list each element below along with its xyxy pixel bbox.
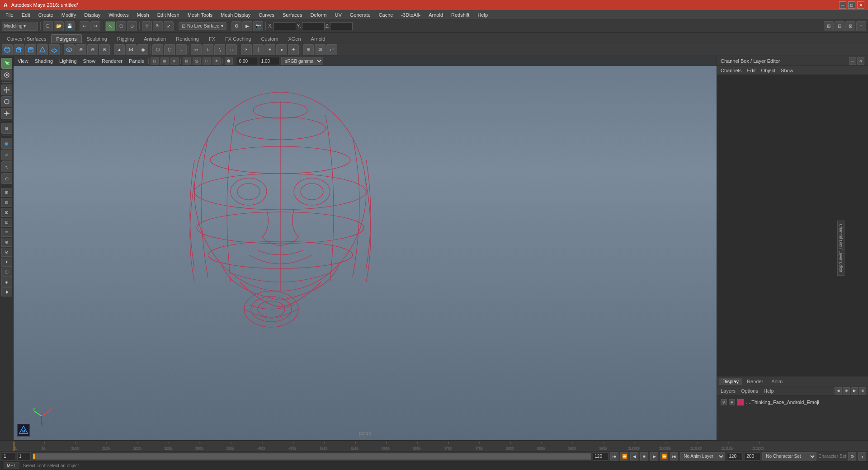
tab-fx-caching[interactable]: FX Caching bbox=[220, 34, 256, 43]
mini-tool-3[interactable]: ⊠ bbox=[1, 208, 12, 217]
menu-mesh-display[interactable]: Mesh Display bbox=[217, 11, 254, 19]
vp-menu-shading[interactable]: Shading bbox=[33, 57, 55, 65]
layer-prev-btn[interactable]: ◀ bbox=[835, 387, 842, 395]
menu-generate[interactable]: Generate bbox=[346, 11, 374, 19]
new-file-button[interactable]: 🗋 bbox=[43, 21, 53, 31]
menu-uv[interactable]: UV bbox=[331, 11, 345, 19]
snapshot-button[interactable]: 📷 bbox=[253, 21, 263, 31]
render-button[interactable]: ▶ bbox=[242, 21, 252, 31]
lasso-tool-button[interactable]: ⬡ bbox=[116, 21, 126, 31]
close-button[interactable]: ✕ bbox=[857, 1, 864, 9]
menu-cache[interactable]: Cache bbox=[375, 11, 397, 19]
right-icon-1[interactable]: ⊞ bbox=[824, 21, 834, 31]
x-input[interactable] bbox=[274, 22, 296, 30]
right-icon-2[interactable]: ⊟ bbox=[835, 21, 844, 31]
vp-menu-show[interactable]: Show bbox=[81, 57, 98, 65]
scale-tool[interactable] bbox=[1, 108, 12, 119]
cb-menu-channels[interactable]: Channels bbox=[719, 67, 743, 74]
right-icon-3[interactable]: ⊠ bbox=[845, 21, 855, 31]
playback-options-btn[interactable]: ⚙ bbox=[848, 452, 856, 461]
mini-tool-7[interactable]: ⊗ bbox=[1, 248, 12, 257]
select-tool-button[interactable]: ↖ bbox=[105, 21, 115, 31]
vp-texture-btn[interactable]: □ bbox=[203, 57, 211, 65]
mini-tool-5[interactable]: ≡ bbox=[1, 228, 12, 237]
gamma-select[interactable]: sRGB gamma bbox=[281, 57, 323, 65]
mini-tool-9[interactable]: ⬡ bbox=[1, 268, 12, 277]
layer-visibility-v[interactable]: V bbox=[721, 399, 727, 405]
status-mode-mel[interactable]: MEL bbox=[4, 462, 19, 469]
char-set-select[interactable]: No Character Set bbox=[762, 452, 816, 461]
vp-fit-icon[interactable]: ⊞ bbox=[160, 57, 169, 65]
mini-tool-11[interactable]: ⧫ bbox=[1, 287, 12, 296]
tab-xgen[interactable]: XGen bbox=[283, 34, 306, 43]
vp-value-1[interactable] bbox=[237, 57, 257, 65]
shelf-subdivide[interactable]: ⬡ bbox=[164, 44, 175, 55]
cb-minimize-btn[interactable]: ─ bbox=[849, 57, 856, 65]
shelf-multi-cut[interactable]: ✦ bbox=[288, 44, 299, 55]
mini-tool-1[interactable]: ⊞ bbox=[1, 188, 12, 197]
vp-menu-panels[interactable]: Panels bbox=[127, 57, 146, 65]
shelf-uv-unwrap[interactable]: ⊞ bbox=[303, 44, 314, 55]
move-tool-button[interactable]: ✛ bbox=[142, 21, 152, 31]
shelf-uv-unfold[interactable]: ⊠ bbox=[315, 44, 326, 55]
mini-tool-4[interactable]: ⊡ bbox=[1, 218, 12, 227]
step-fwd-btn[interactable]: ⏩ bbox=[660, 452, 668, 461]
menu-redshift[interactable]: Redshift bbox=[448, 11, 473, 19]
shelf-smooth[interactable]: ≈ bbox=[176, 44, 187, 55]
display-tab-anim[interactable]: Anim bbox=[768, 378, 786, 385]
redo-button[interactable]: ↪ bbox=[90, 21, 100, 31]
shelf-boolean-union[interactable]: ∪ bbox=[203, 44, 213, 55]
paint-select-tool[interactable] bbox=[1, 70, 12, 80]
shelf-transfer-attrs[interactable]: ⇄ bbox=[326, 44, 337, 55]
menu-mesh-tools[interactable]: Mesh Tools bbox=[184, 11, 216, 19]
undo-button[interactable]: ↩ bbox=[80, 21, 90, 31]
menu-edit-mesh[interactable]: Edit Mesh bbox=[154, 11, 183, 19]
minimize-button[interactable]: ─ bbox=[839, 1, 846, 9]
anim-layer-select[interactable]: No Anim Layer bbox=[680, 452, 725, 461]
play-back-btn[interactable]: ◀ bbox=[630, 452, 638, 461]
layer-header-layers[interactable]: Layers bbox=[719, 387, 737, 395]
layer-end-btn[interactable]: ⊗ bbox=[859, 387, 866, 395]
vp-light-btn[interactable]: ☀ bbox=[212, 57, 221, 65]
vp-value-2[interactable] bbox=[259, 57, 279, 65]
shelf-plane[interactable] bbox=[49, 44, 60, 55]
menu-edit[interactable]: Edit bbox=[18, 11, 34, 19]
y-input[interactable] bbox=[302, 22, 325, 30]
current-frame-field[interactable] bbox=[17, 452, 31, 461]
cb-close-btn[interactable]: ✕ bbox=[857, 57, 864, 65]
vp-wireframe-btn[interactable]: ⊠ bbox=[183, 57, 191, 65]
snap-to-curve[interactable]: ∿ bbox=[1, 161, 12, 172]
menu-modify[interactable]: Modify bbox=[58, 11, 80, 19]
tab-custom[interactable]: Custom bbox=[256, 34, 283, 43]
go-end-btn[interactable]: ⏭ bbox=[670, 452, 678, 461]
play-fwd-btn[interactable]: ▶ bbox=[650, 452, 658, 461]
shelf-cut[interactable]: ✂ bbox=[241, 44, 252, 55]
menu-mesh[interactable]: Mesh bbox=[133, 11, 153, 19]
vp-menu-renderer[interactable]: Renderer bbox=[99, 57, 125, 65]
save-file-button[interactable]: 💾 bbox=[65, 21, 75, 31]
rotate-tool-button[interactable]: ↻ bbox=[153, 21, 163, 31]
tab-animation[interactable]: Animation bbox=[139, 34, 171, 43]
shelf-boolean-inter[interactable]: ∩ bbox=[226, 44, 237, 55]
layer-header-help[interactable]: Help bbox=[762, 387, 776, 395]
shelf-separate[interactable]: ⊖ bbox=[87, 44, 98, 55]
shelf-cone[interactable] bbox=[37, 44, 48, 55]
shelf-merge-vertex[interactable]: ● bbox=[276, 44, 287, 55]
shelf-boolean-diff[interactable]: ∖ bbox=[214, 44, 225, 55]
cb-menu-show[interactable]: Show bbox=[779, 67, 795, 74]
layer-playback-p[interactable]: P bbox=[729, 399, 735, 405]
shelf-combine[interactable]: ⊕ bbox=[75, 44, 86, 55]
vp-select-highlight[interactable]: ⬟ bbox=[225, 57, 233, 65]
layer-row-emoji[interactable]: V P ....Thinking_Face_Android_Emoji bbox=[719, 397, 866, 407]
tab-arnold[interactable]: Arnold bbox=[306, 34, 330, 43]
vp-camera-icon[interactable]: ⊡ bbox=[151, 57, 159, 65]
go-start-btn[interactable]: ⏮ bbox=[610, 452, 618, 461]
shelf-cylinder[interactable] bbox=[25, 44, 36, 55]
shelf-sphere[interactable] bbox=[2, 44, 13, 55]
mini-tool-10[interactable]: ◈ bbox=[1, 277, 12, 287]
shelf-fill-hole[interactable]: ◉ bbox=[137, 44, 148, 55]
viewport[interactable]: View Shading Lighting Show Renderer Pane… bbox=[14, 56, 717, 440]
shelf-append-face[interactable]: + bbox=[264, 44, 275, 55]
rotate-tool[interactable] bbox=[1, 96, 12, 107]
soft-select[interactable]: ◉ bbox=[1, 138, 12, 149]
